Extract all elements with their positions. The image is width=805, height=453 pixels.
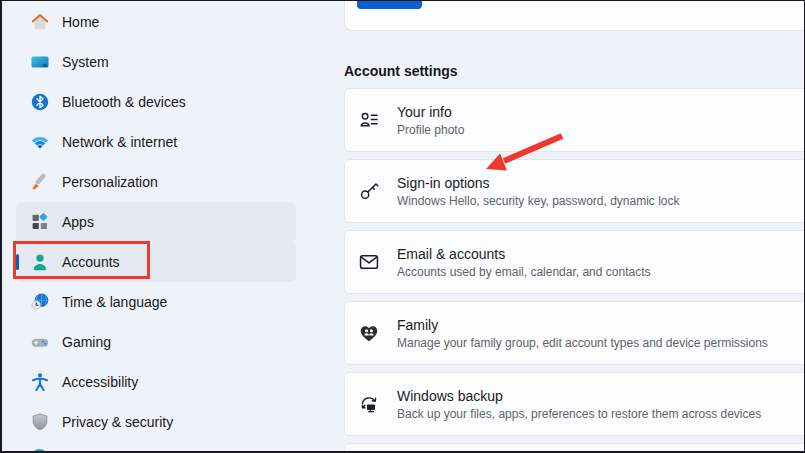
card-email-accounts[interactable]: Email & accounts Accounts used by email,… — [344, 230, 805, 294]
family-icon — [358, 322, 380, 344]
primary-action-button[interactable] — [357, 0, 422, 9]
main-panel: Account settings Your info Profile photo… — [0, 0, 805, 453]
card-title: Windows backup — [397, 387, 761, 406]
card-windows-backup[interactable]: Windows backup Back up your files, apps,… — [344, 372, 805, 436]
card-subtitle: Back up your files, apps, preferences to… — [397, 406, 761, 422]
card-title: Email & accounts — [397, 245, 650, 264]
card-subtitle: Accounts used by email, calendar, and co… — [397, 264, 650, 280]
card-partial-bottom[interactable] — [344, 443, 805, 453]
sign-in-options-icon — [358, 180, 380, 202]
card-sign-in-options[interactable]: Sign-in options Windows Hello, security … — [344, 159, 805, 223]
section-title: Account settings — [344, 63, 458, 79]
card-family[interactable]: Family Manage your family group, edit ac… — [344, 301, 805, 365]
card-title: Family — [397, 316, 768, 335]
card-subtitle: Windows Hello, security key, password, d… — [397, 193, 680, 209]
card-your-info[interactable]: Your info Profile photo — [344, 88, 805, 152]
email-accounts-icon — [358, 251, 380, 273]
card-subtitle: Profile photo — [397, 122, 464, 138]
settings-window: Home System Bluetooth & devices Network … — [0, 0, 805, 453]
partial-top-card — [344, 0, 805, 31]
card-subtitle: Manage your family group, edit account t… — [397, 335, 768, 351]
your-info-icon — [358, 109, 380, 131]
windows-backup-icon — [358, 393, 380, 415]
card-title: Sign-in options — [397, 174, 680, 193]
card-title: Your info — [397, 103, 464, 122]
